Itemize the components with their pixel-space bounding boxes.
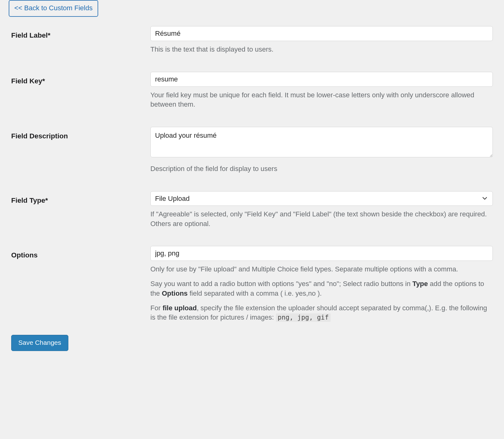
save-changes-button[interactable]: Save Changes <box>11 335 68 351</box>
options-help-1: Only for use by "File upload" and Multip… <box>150 265 493 274</box>
options-input[interactable] <box>150 246 493 261</box>
options-help-3: For file upload, specify the file extens… <box>150 303 493 323</box>
field-type-select[interactable]: File Upload <box>150 191 493 206</box>
field-key-input[interactable] <box>150 72 493 87</box>
field-description-input[interactable] <box>150 127 493 157</box>
field-description-help: Description of the field for display to … <box>150 164 493 174</box>
row-field-type: Field Type* File Upload If "Agreeable" i… <box>0 191 504 229</box>
row-field-key: Field Key* Your field key must be unique… <box>0 72 504 110</box>
row-field-label: Field Label* This is the text that is di… <box>0 26 504 54</box>
field-label-help: This is the text that is displayed to us… <box>150 45 493 54</box>
field-label-input[interactable] <box>150 26 493 41</box>
row-options: Options Only for use by "File upload" an… <box>0 246 504 322</box>
field-key-title: Field Key* <box>11 77 45 85</box>
field-key-help: Your field key must be unique for each f… <box>150 90 493 110</box>
field-type-title: Field Type* <box>11 196 48 204</box>
options-help-2: Say you want to add a radio button with … <box>150 279 493 298</box>
back-to-custom-fields-link[interactable]: << Back to Custom Fields <box>9 0 98 17</box>
field-description-title: Field Description <box>11 132 68 140</box>
row-field-description: Field Description Description of the fie… <box>0 127 504 173</box>
field-type-help: If "Agreeable" is selected, only "Field … <box>150 210 493 229</box>
options-title: Options <box>11 251 38 259</box>
field-label-title: Field Label* <box>11 31 50 39</box>
